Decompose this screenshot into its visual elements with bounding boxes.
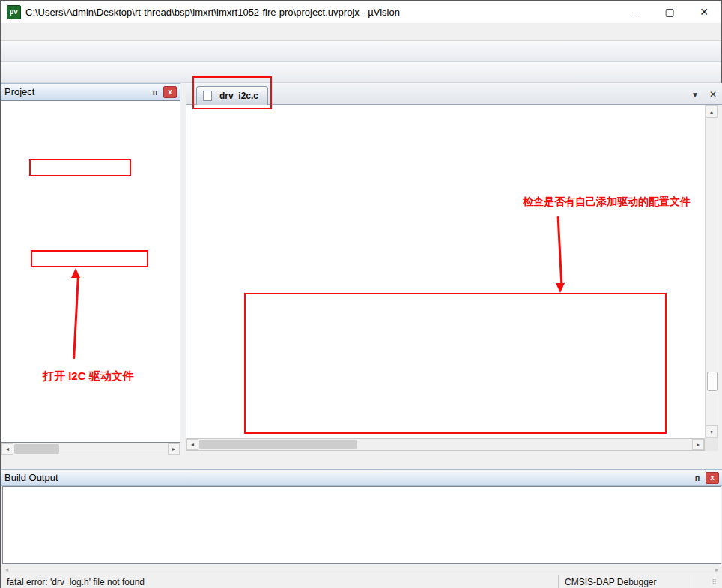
uvision-window: µV C:\Users\Admin\Desktop\rt-thread\bsp\… [0,0,722,588]
maximize-button[interactable]: ▢ [652,1,687,23]
editor-vertical-scrollbar[interactable]: ▴ ▾ [705,105,718,438]
close-button[interactable]: ✕ [687,1,721,23]
pin-icon[interactable]: п [692,473,703,482]
editor-horizontal-scrollbar[interactable]: ◂ ▸ [186,438,705,451]
toolbar-build [1,62,721,83]
scrollbar-thumb[interactable] [199,440,357,449]
tab-drv-i2c[interactable]: drv_i2c.c [196,86,268,105]
scrollbar-corner [705,438,718,451]
build-output-scrollbar[interactable]: ◂▸ [2,564,721,575]
build-output-close-button[interactable]: x [706,472,719,484]
toolbar-file [1,41,721,62]
resize-grip[interactable]: ⠿ [691,575,722,588]
scroll-right-icon[interactable]: ▸ [168,443,180,455]
scroll-left-icon[interactable]: ◂ [1,443,13,455]
status-debugger: CMSIS-DAP Debugger [559,575,691,588]
window-title: C:\Users\Admin\Desktop\rt-thread\bsp\imx… [25,7,400,18]
status-message: fatal error: 'drv_log.h' file not found [1,575,559,588]
project-panel-header: Project п x [1,83,180,100]
editor-tab-bar: drv_i2c.c ▼ ✕ [186,83,722,105]
build-output-content[interactable] [2,486,721,564]
tree-horizontal-scrollbar[interactable]: ◂ ▸ [1,443,180,455]
scroll-right-icon[interactable]: ▸ [692,439,704,450]
build-output-panel: Build Output п x ◂▸ [1,469,722,575]
scroll-left-icon[interactable]: ◂ [186,439,198,450]
scrollbar-thumb[interactable] [707,372,718,391]
title-bar: µV C:\Users\Admin\Desktop\rt-thread\bsp\… [1,1,721,23]
scroll-up-icon[interactable]: ▴ [706,106,718,118]
scroll-left-icon[interactable]: ◂ [5,566,8,573]
project-tree [1,100,180,443]
project-panel-close-button[interactable]: x [163,86,177,98]
project-panel-title: Project [4,86,34,97]
file-icon [203,91,212,101]
scroll-right-icon[interactable]: ▸ [715,566,718,573]
minimize-button[interactable]: – [618,1,652,23]
editor-area: drv_i2c.c ▼ ✕ ▴ ▾ ◂ ▸ [186,83,722,469]
uvision-logo-icon: µV [7,5,21,19]
tab-list-dropdown-icon[interactable]: ▼ [691,91,699,99]
editor-tab-label: drv_i2c.c [219,91,258,101]
close-document-icon[interactable]: ✕ [709,89,717,100]
build-output-title: Build Output [4,472,58,483]
scroll-down-icon[interactable]: ▾ [706,425,718,437]
project-panel: Project п x ◂ ▸ [1,83,180,469]
status-bar: fatal error: 'drv_log.h' file not found … [1,575,722,588]
menu-bar [1,23,721,41]
build-output-header: Build Output п x [1,469,722,486]
scrollbar-thumb[interactable] [14,444,59,454]
code-editor[interactable] [186,105,705,438]
pin-icon[interactable]: п [150,88,160,97]
